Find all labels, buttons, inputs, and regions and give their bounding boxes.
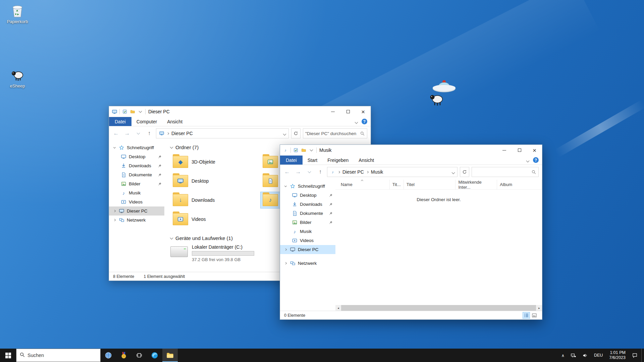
expander-chevron-icon[interactable] — [112, 147, 116, 148]
file-explorer-taskbar-icon[interactable] — [162, 349, 178, 362]
sidebar-item-dokumente[interactable]: Dokumente — [280, 209, 335, 218]
back-button[interactable]: ← — [112, 129, 120, 138]
tab-datei[interactable]: Datei — [280, 156, 303, 165]
network-tray-icon[interactable] — [568, 349, 579, 362]
qat-new-folder-icon[interactable] — [301, 147, 306, 153]
titlebar[interactable]: ♪ Musik × — [280, 145, 542, 156]
expander-chevron-icon[interactable] — [283, 262, 287, 264]
large-icons-view-button[interactable] — [531, 312, 538, 319]
tab-ansicht[interactable]: Ansicht — [354, 156, 379, 165]
sidebar-item-videos[interactable]: Videos — [109, 197, 164, 206]
close-button[interactable]: × — [356, 106, 371, 117]
sidebar-item-dieser-pc[interactable]: Dieser PC — [280, 245, 335, 254]
close-button[interactable]: × — [527, 145, 542, 156]
details-view-button[interactable] — [523, 312, 530, 319]
sidebar-item-netzwerk[interactable]: Netzwerk — [280, 259, 335, 268]
collapse-chevron-icon[interactable] — [170, 236, 173, 239]
address-dropdown-chevron[interactable] — [283, 131, 286, 136]
tab-start[interactable]: Start — [303, 156, 323, 165]
sidebar-item-musik[interactable]: ♪ Musik — [109, 188, 164, 197]
refresh-button[interactable] — [291, 128, 301, 138]
action-center-icon[interactable] — [630, 349, 640, 362]
qat-properties-icon[interactable] — [293, 147, 299, 153]
address-box[interactable]: ♪ Dieser PC Musik — [327, 167, 458, 177]
tab-computer[interactable]: Computer — [131, 117, 162, 126]
sidebar-item-schnellzugriff[interactable]: Schnellzugriff — [109, 143, 164, 152]
breadcrumb-dieser-pc[interactable]: Dieser PC — [171, 131, 193, 136]
sidebar-item-netzwerk[interactable]: Netzwerk — [109, 216, 164, 225]
tab-ansicht[interactable]: Ansicht — [162, 117, 187, 126]
explorer-search-input[interactable] — [474, 170, 531, 175]
horizontal-scrollbar[interactable]: ◂ ▸ — [335, 305, 542, 311]
address-dropdown-chevron[interactable] — [452, 169, 454, 175]
language-indicator[interactable]: DEU — [592, 349, 605, 362]
scroll-right-arrow-icon[interactable]: ▸ — [536, 305, 542, 311]
search-box[interactable] — [303, 128, 367, 138]
task-view-button[interactable] — [131, 349, 147, 362]
refresh-button[interactable] — [460, 167, 469, 177]
tab-datei[interactable]: Datei — [109, 117, 131, 126]
breadcrumb-chevron-icon[interactable] — [338, 171, 340, 173]
up-button[interactable]: ↑ — [145, 129, 154, 138]
sidebar-item-desktop[interactable]: Desktop — [109, 152, 164, 161]
expand-ribbon-chevron-icon[interactable] — [355, 119, 358, 124]
scrollbar-thumb[interactable] — [341, 305, 536, 311]
help-icon[interactable]: ? — [533, 157, 539, 163]
desktop-icon-recycle-bin[interactable]: Papierkorb — [3, 3, 32, 24]
search-box[interactable] — [472, 167, 539, 177]
expander-chevron-icon[interactable] — [283, 249, 287, 250]
help-icon[interactable]: ? — [362, 119, 367, 124]
qat-customize-chevron-icon[interactable] — [309, 147, 314, 153]
breadcrumb-chevron-icon[interactable] — [366, 171, 369, 173]
medal-app-icon[interactable] — [116, 349, 131, 362]
sidebar-item-dieser-pc[interactable]: Dieser PC — [109, 206, 164, 216]
recent-locations-chevron[interactable] — [305, 168, 314, 176]
edge-browser-icon[interactable] — [147, 349, 162, 362]
sidebar-item-desktop[interactable]: Desktop — [280, 191, 335, 200]
sidebar-item-bilder[interactable]: Bilder — [109, 179, 164, 188]
minimize-button[interactable] — [497, 145, 512, 156]
titlebar[interactable]: Dieser PC × — [109, 106, 371, 117]
folder-tile-videos[interactable]: Videos — [170, 211, 256, 228]
recent-locations-chevron[interactable] — [134, 129, 143, 138]
scroll-left-arrow-icon[interactable]: ◂ — [335, 305, 341, 311]
folder-tile-downloads[interactable]: ↓ Downloads — [170, 192, 256, 208]
qat-customize-chevron-icon[interactable] — [138, 109, 143, 114]
file-list[interactable]: Name Tit... Titel Mitwirkende Inter... A… — [335, 179, 542, 311]
minimize-button[interactable] — [325, 106, 340, 117]
maximize-button[interactable] — [340, 106, 356, 117]
maximize-button[interactable] — [512, 145, 527, 156]
collapse-chevron-icon[interactable] — [170, 145, 173, 148]
expander-chevron-icon[interactable] — [112, 210, 116, 212]
explorer-search-input[interactable] — [305, 131, 360, 136]
desktop-icon-esheep[interactable]: eSheep — [3, 68, 32, 88]
column-header-name[interactable]: Name — [335, 180, 390, 189]
expander-chevron-icon[interactable] — [112, 219, 116, 221]
taskbar-search-box[interactable] — [16, 349, 101, 362]
breadcrumb-musik[interactable]: Musik — [371, 169, 383, 175]
forward-button[interactable]: → — [294, 168, 303, 176]
show-desktop-button[interactable] — [641, 349, 643, 362]
clock[interactable]: 1:01 PM 7/6/2023 — [606, 349, 628, 362]
folder-tile-3d-objekte[interactable]: ◆ 3D-Objekte — [170, 154, 256, 170]
tab-freigeben[interactable]: Freigeben — [322, 156, 354, 165]
globe-app-icon[interactable] — [101, 349, 116, 362]
breadcrumb-chevron-icon[interactable] — [167, 132, 169, 134]
taskbar-search-input[interactable] — [28, 353, 97, 358]
volume-tray-icon[interactable] — [580, 349, 590, 362]
column-header-mitwirkende[interactable]: Mitwirkende Inter... — [455, 180, 497, 189]
start-button[interactable] — [0, 349, 16, 362]
up-button[interactable]: ↑ — [316, 168, 325, 176]
qat-properties-icon[interactable] — [122, 109, 127, 114]
breadcrumb-dieser-pc[interactable]: Dieser PC — [342, 169, 364, 175]
back-button[interactable]: ← — [283, 168, 291, 176]
sidebar-item-schnellzugriff[interactable]: Schnellzugriff — [280, 182, 335, 191]
forward-button[interactable]: → — [123, 129, 131, 138]
column-header-album[interactable]: Album — [497, 180, 542, 189]
sidebar-item-bilder[interactable]: Bilder — [280, 218, 335, 227]
folder-tile-desktop[interactable]: Desktop — [170, 173, 256, 189]
qat-new-folder-icon[interactable] — [130, 109, 135, 114]
sidebar-item-downloads[interactable]: Downloads — [280, 200, 335, 209]
sidebar-item-dokumente[interactable]: Dokumente — [109, 170, 164, 179]
sidebar-item-musik[interactable]: ♪ Musik — [280, 227, 335, 236]
